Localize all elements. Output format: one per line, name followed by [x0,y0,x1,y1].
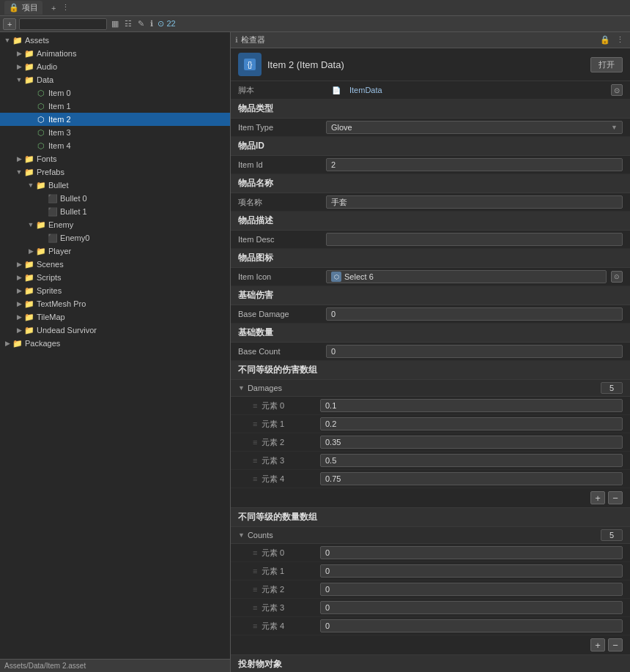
folder-icon-undead: 📁 [23,326,35,335]
tree-item-bullet0[interactable]: ▶ ⬛ Bullet 0 [0,192,230,205]
filter-icon[interactable]: ✎ [136,19,146,29]
drag-handle-count-0: ≡ [253,548,262,557]
folder-icon-tilemap: 📁 [23,313,35,322]
tree-item-item2[interactable]: ▶ ⬡ Item 2 [0,113,230,126]
count-input-4[interactable] [320,619,623,632]
tree-item-scripts[interactable]: ▶ 📁 Scripts [0,271,230,284]
label-item4: Item 4 [48,141,71,150]
damage-input-4[interactable] [320,472,623,485]
section-title-base-count-cn: 基础数量 [238,326,623,339]
section-item-desc: 物品描述 [231,212,630,231]
tree-item-assets[interactable]: ▼ 📁 Assets [0,34,230,47]
tree-item-item4[interactable]: ▶ ⬡ Item 4 [0,139,230,152]
arrow-packages: ▶ [3,340,12,347]
count-input-3[interactable] [320,601,623,614]
section-title-base-damage-cn: 基础伤害 [238,289,623,302]
label-prefabs: Prefabs [37,168,64,176]
field-row-base-damage: Base Damage [231,305,630,324]
folder-icon-audio: 📁 [23,62,35,72]
open-button[interactable]: 打开 [590,57,623,72]
list-view-icon[interactable]: ☷ [123,19,133,29]
inspector-menu-icon[interactable]: ⋮ [615,35,626,45]
tree-item-prefabs[interactable]: ▼ 📁 Prefabs [0,165,230,179]
item-icon-select[interactable]: ⬡ Select 6 [326,270,607,283]
tree-item-packages[interactable]: ▶ 📁 Packages [0,337,230,350]
label-packages: Packages [25,339,60,348]
folder-icon-data: 📁 [23,75,35,85]
tree-item-sprites[interactable]: ▶ 📁 Sprites [0,284,230,297]
arrow-player: ▶ [26,247,35,255]
status-bar: Assets/Data/Item 2.asset [0,659,230,672]
arrow-textmeshpro: ▶ [15,300,23,307]
drag-handle-damage-2: ≡ [253,438,262,447]
label-scripts: Scripts [37,273,62,282]
tree-item-item0[interactable]: ▶ ⬡ Item 0 [0,86,230,100]
tree-item-enemy[interactable]: ▼ 📁 Enemy [0,218,230,231]
counts-array-header[interactable]: ▼ Counts 5 [231,527,630,544]
section-title-projectile-cn: 投射物对象 [238,658,623,671]
base-count-input[interactable] [326,345,623,358]
folder-icon-textmeshpro: 📁 [23,299,35,309]
lock-icon: 🔒 [9,3,19,12]
damages-count: 5 [601,382,623,394]
script-file-icon: 📄 [332,86,341,94]
project-tab[interactable]: 🔒 项目 [4,1,42,15]
item-icon-select-btn[interactable]: ⊙ [611,271,623,283]
tree-item-tilemap[interactable]: ▶ 📁 TileMap [0,310,230,324]
tree-item-scenes[interactable]: ▶ 📁 Scenes [0,258,230,271]
tree-item-bullet[interactable]: ▼ 📁 Bullet [0,179,230,192]
damage-input-1[interactable] [320,417,623,430]
tree-item-enemy0[interactable]: ▶ ⬛ Enemy0 [0,231,230,244]
label-player: Player [48,247,71,255]
script-select-btn[interactable]: ⊙ [611,84,623,96]
counts-remove-button[interactable]: − [608,638,623,652]
grid-view-icon[interactable]: ▦ [110,19,120,29]
tree-item-textmeshpro[interactable]: ▶ 📁 TextMesh Pro [0,297,230,310]
main-layout: ▼ 📁 Assets ▶ 📁 Animations ▶ 📁 Audio [0,32,630,672]
section-item-type: 物品类型 [231,100,630,119]
folder-icon-scripts: 📁 [23,273,35,283]
tree-item-data[interactable]: ▼ 📁 Data [0,73,230,86]
field-row-item-desc: Item Desc [231,231,630,249]
count-item-1: ≡ 元素 1 [231,562,630,580]
damages-add-button[interactable]: + [590,491,605,504]
tree-item-item1[interactable]: ▶ ⬡ Item 1 [0,100,230,113]
base-damage-input[interactable] [326,307,623,321]
tree-item-animations[interactable]: ▶ 📁 Animations [0,47,230,60]
asset-count: ⊙ 22 [158,19,175,29]
damages-remove-button[interactable]: − [608,491,623,504]
info-icon[interactable]: ℹ [149,19,155,29]
add-asset-button[interactable]: + [3,18,16,30]
section-item-id: 物品ID [231,137,630,156]
damage-item-4: ≡ 元素 4 [231,470,630,488]
count-input-2[interactable] [320,583,623,596]
tree-item-audio[interactable]: ▶ 📁 Audio [0,60,230,73]
item-type-select[interactable]: Glove ▼ [326,121,623,134]
tree-item-bullet1[interactable]: ▶ ⬛ Bullet 1 [0,205,230,218]
item-name-input[interactable] [326,195,623,209]
tree-item-item3[interactable]: ▶ ⬡ Item 3 [0,126,230,139]
item-desc-input[interactable] [326,233,623,246]
tree-item-undead[interactable]: ▶ 📁 Undead Survivor [0,324,230,337]
label-bullet: Bullet [48,181,69,190]
section-title-item-type-cn: 物品类型 [238,102,623,115]
item-id-input[interactable] [326,158,623,171]
damages-array-header[interactable]: ▼ Damages 5 [231,380,630,397]
damage-input-2[interactable] [320,436,623,449]
project-panel: ▼ 📁 Assets ▶ 📁 Animations ▶ 📁 Audio [0,32,231,672]
counts-add-button[interactable]: + [590,638,605,652]
damage-input-0[interactable] [320,399,623,412]
asset-tree: ▼ 📁 Assets ▶ 📁 Animations ▶ 📁 Audio [0,32,230,659]
item-type-value: Glove [331,123,611,132]
tree-item-player[interactable]: ▶ 📁 Player [0,244,230,258]
field-label-base-count: Base Count [238,347,326,356]
count-input-0[interactable] [320,546,623,559]
search-input[interactable] [19,18,107,30]
tree-item-fonts[interactable]: ▶ 📁 Fonts [0,152,230,165]
inspector-lock-icon[interactable]: 🔒 [598,35,612,45]
label-fonts: Fonts [37,154,57,163]
inspector-header: ℹ 检查器 🔒 ⋮ [231,32,630,48]
damage-input-3[interactable] [320,454,623,467]
count-input-1[interactable] [320,564,623,578]
count-label-3: 元素 3 [262,602,320,613]
